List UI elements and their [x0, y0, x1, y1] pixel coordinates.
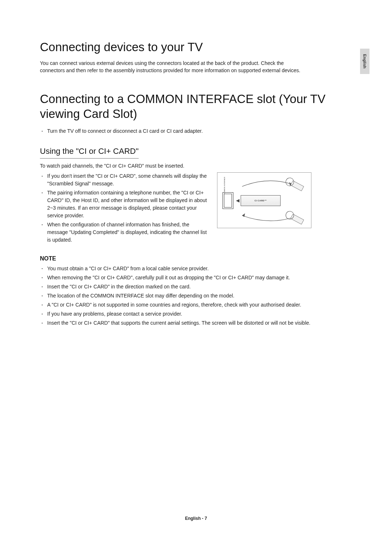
list-item: The location of the COMMON INTERFACE slo… [40, 292, 352, 300]
list-item: When the configuration of channel inform… [40, 221, 211, 244]
list-item: A "CI or CI+ CARD" is not supported in s… [40, 301, 352, 309]
using-list: If you don't insert the "CI or CI+ CARD"… [40, 172, 211, 244]
note-list: You must obtain a "CI or CI+ CARD" from … [40, 265, 352, 327]
list-item: The pairing information containing a tel… [40, 189, 211, 219]
subheading-using-ci-card: Using the "CI or CI+ CARD" [40, 147, 139, 159]
pre-list: Turn the TV off to connect or disconnect… [40, 127, 352, 135]
arrow-left-icon: ◄ [235, 197, 241, 204]
list-item: If you don't insert the "CI or CI+ CARD"… [40, 172, 211, 188]
svg-rect-4 [290, 214, 304, 224]
using-list-column: If you don't insert the "CI or CI+ CARD"… [40, 172, 211, 245]
intro-paragraph: You can connect various external devices… [40, 59, 301, 74]
slot-icon [222, 192, 233, 209]
heading-common-interface: Connecting to a COMMON INTERFACE slot (Y… [40, 91, 352, 122]
page-footer: English - 7 [0, 516, 392, 521]
ci-card-label: CI CARD™ [254, 200, 266, 202]
list-item: Insert the "CI or CI+ CARD" in the direc… [40, 283, 352, 291]
note-heading: NOTE [40, 255, 352, 262]
list-item: If you have any problems, please contact… [40, 310, 352, 318]
list-item: Insert the "CI or CI+ CARD" that support… [40, 319, 352, 327]
svg-rect-2 [290, 181, 304, 191]
list-item: When removing the "CI or CI+ CARD", care… [40, 274, 352, 282]
list-item: You must obtain a "CI or CI+ CARD" from … [40, 265, 352, 272]
sub-intro: To watch paid channels, the "CI or CI+ C… [40, 163, 352, 169]
language-tab: English [360, 49, 369, 74]
two-column-row: If you don't insert the "CI or CI+ CARD"… [40, 172, 352, 245]
heading-connecting-devices: Connecting devices to your TV [40, 40, 352, 54]
list-item: Turn the TV off to connect or disconnect… [40, 127, 352, 135]
manual-page: English Connecting devices to your TV Yo… [0, 0, 392, 542]
ci-card-icon: CI CARD™ [241, 195, 281, 206]
slot-label: COMMON INTERFACE [224, 177, 225, 194]
ci-card-figure: COMMON INTERFACE ◄ CI CARD™ [217, 172, 311, 228]
